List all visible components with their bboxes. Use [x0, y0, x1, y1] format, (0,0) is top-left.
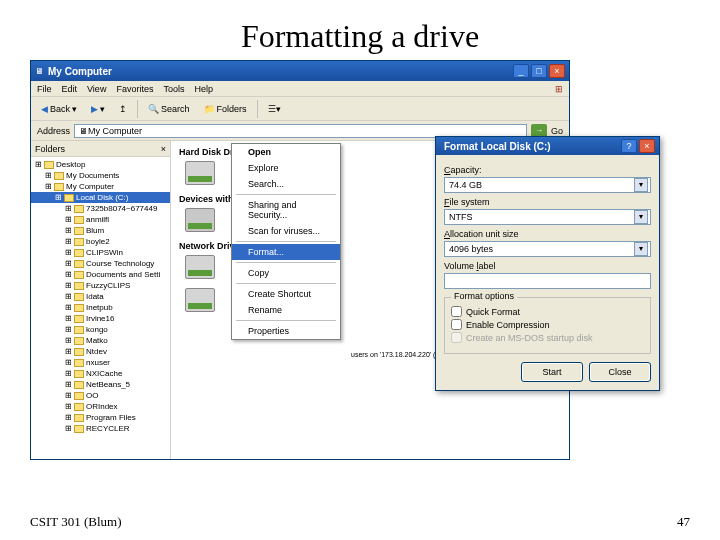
tree-item[interactable]: ⊞Course Technology [31, 258, 170, 269]
allocation-combo[interactable]: 4096 bytes ▾ [444, 241, 651, 257]
network-drive-label: users on '173.18.204.220' (H:) [351, 351, 445, 358]
menu-favorites[interactable]: Favorites [116, 84, 153, 94]
context-menu-item[interactable]: Rename [232, 302, 340, 318]
format-options-group: Format options Quick Format Enable Compr… [444, 297, 651, 354]
tree-item[interactable]: ⊞boyle2 [31, 236, 170, 247]
folders-pane-title: Folders [35, 144, 65, 154]
folder-tree[interactable]: ⊞Desktop⊞My Documents⊞My Computer⊞Local … [31, 157, 170, 459]
start-button[interactable]: Start [521, 362, 583, 382]
context-menu[interactable]: OpenExploreSearch...Sharing and Security… [231, 143, 341, 340]
menu-view[interactable]: View [87, 84, 106, 94]
format-dialog: Format Local Disk (C:) ? × Capacity: 74.… [435, 136, 660, 391]
drive-c[interactable] [179, 161, 221, 186]
explorer-titlebar[interactable]: 🖥 My Computer _ □ × [31, 61, 569, 81]
tree-item[interactable]: ⊞OO [31, 390, 170, 401]
forward-button[interactable]: ▶▾ [87, 102, 109, 116]
folders-button[interactable]: 📁Folders [200, 102, 251, 116]
tree-item[interactable]: ⊞7325b8074~677449 [31, 203, 170, 214]
drive-net-2[interactable] [179, 288, 221, 313]
context-menu-item[interactable]: Properties [232, 323, 340, 339]
slide-title: Formatting a drive [0, 18, 720, 55]
address-label: Address [37, 126, 70, 136]
dialog-title: Format Local Disk (C:) [440, 141, 621, 152]
explorer-title: My Computer [44, 66, 513, 77]
menubar: File Edit View Favorites Tools Help ⊞ [31, 81, 569, 97]
context-menu-item[interactable]: Sharing and Security... [232, 197, 340, 223]
menu-tools[interactable]: Tools [163, 84, 184, 94]
allocation-label: Allocation unit size [444, 229, 651, 239]
capacity-value: 74.4 GB [449, 180, 482, 190]
menu-edit[interactable]: Edit [62, 84, 78, 94]
tree-item[interactable]: ⊞My Computer [31, 181, 170, 192]
up-button[interactable]: ↥ [115, 102, 131, 116]
slide-footer-left: CSIT 301 (Blum) [30, 514, 122, 530]
back-button[interactable]: ◀Back▾ [37, 102, 81, 116]
context-menu-item[interactable]: Format... [232, 244, 340, 260]
menu-help[interactable]: Help [194, 84, 213, 94]
tree-item[interactable]: ⊞Matko [31, 335, 170, 346]
drive-floppy[interactable] [179, 208, 221, 233]
volume-label-input[interactable] [444, 273, 651, 289]
filesystem-combo[interactable]: NTFS ▾ [444, 209, 651, 225]
close-button[interactable]: × [549, 64, 565, 78]
tree-item[interactable]: ⊞Inetpub [31, 302, 170, 313]
search-button[interactable]: 🔍Search [144, 102, 194, 116]
tree-item[interactable]: ⊞CLIPSWin [31, 247, 170, 258]
quick-format-checkbox[interactable]: Quick Format [451, 306, 644, 317]
context-menu-item[interactable]: Open [232, 144, 340, 160]
tree-item[interactable]: ⊞anmilfl [31, 214, 170, 225]
dialog-titlebar[interactable]: Format Local Disk (C:) ? × [436, 137, 659, 155]
tree-item[interactable]: ⊞My Documents [31, 170, 170, 181]
menu-file[interactable]: File [37, 84, 52, 94]
tree-item[interactable]: ⊞Desktop [31, 159, 170, 170]
msdos-startup-checkbox: Create an MS-DOS startup disk [451, 332, 644, 343]
dialog-close-button[interactable]: × [639, 139, 655, 153]
chevron-down-icon: ▾ [634, 242, 648, 256]
folders-icon: 📁 [204, 104, 215, 114]
tree-item[interactable]: ⊞nxuser [31, 357, 170, 368]
network-drive-icon [185, 288, 215, 312]
tree-item[interactable]: ⊞Blum [31, 225, 170, 236]
tree-item[interactable]: ⊞FuzzyCLIPS [31, 280, 170, 291]
folders-pane-close-icon[interactable]: × [161, 144, 166, 154]
allocation-value: 4096 bytes [449, 244, 493, 254]
maximize-button[interactable]: □ [531, 64, 547, 78]
context-menu-item[interactable]: Copy [232, 265, 340, 281]
floppy-icon [185, 208, 215, 232]
go-label: Go [551, 126, 563, 136]
chevron-down-icon: ▾ [634, 178, 648, 192]
context-menu-item[interactable]: Scan for viruses... [232, 223, 340, 239]
close-button[interactable]: Close [589, 362, 651, 382]
folders-pane: Folders × ⊞Desktop⊞My Documents⊞My Compu… [31, 141, 171, 459]
filesystem-value: NTFS [449, 212, 473, 222]
filesystem-label: File system [444, 197, 651, 207]
tree-item[interactable]: ⊞Local Disk (C:) [31, 192, 170, 203]
tree-item[interactable]: ⊞Program Files [31, 412, 170, 423]
context-menu-item[interactable]: Explore [232, 160, 340, 176]
my-computer-icon: 🖥 [35, 66, 44, 76]
tree-item[interactable]: ⊞RECYCLER [31, 423, 170, 434]
search-icon: 🔍 [148, 104, 159, 114]
tree-item[interactable]: ⊞Documents and Setti [31, 269, 170, 280]
tree-item[interactable]: ⊞Ntdev [31, 346, 170, 357]
enable-compression-checkbox[interactable]: Enable Compression [451, 319, 644, 330]
hard-disk-icon [185, 161, 215, 185]
tree-item[interactable]: ⊞Irvine16 [31, 313, 170, 324]
tree-item[interactable]: ⊞NetBeans_5 [31, 379, 170, 390]
minimize-button[interactable]: _ [513, 64, 529, 78]
capacity-combo[interactable]: 74.4 GB ▾ [444, 177, 651, 193]
capacity-label: Capacity: [444, 165, 651, 175]
drive-net-h[interactable] [179, 255, 221, 280]
slide-footer-right: 47 [677, 514, 690, 530]
network-drive-icon [185, 255, 215, 279]
tree-item[interactable]: ⊞Idata [31, 291, 170, 302]
tree-item[interactable]: ⊞NXICache [31, 368, 170, 379]
help-button[interactable]: ? [621, 139, 637, 153]
context-menu-item[interactable]: Search... [232, 176, 340, 192]
toolbar: ◀Back▾ ▶▾ ↥ 🔍Search 📁Folders ☰▾ [31, 97, 569, 121]
volume-label-label: Volume label [444, 261, 651, 271]
views-button[interactable]: ☰▾ [264, 102, 285, 116]
context-menu-item[interactable]: Create Shortcut [232, 286, 340, 302]
tree-item[interactable]: ⊞ORIndex [31, 401, 170, 412]
tree-item[interactable]: ⊞kongo [31, 324, 170, 335]
